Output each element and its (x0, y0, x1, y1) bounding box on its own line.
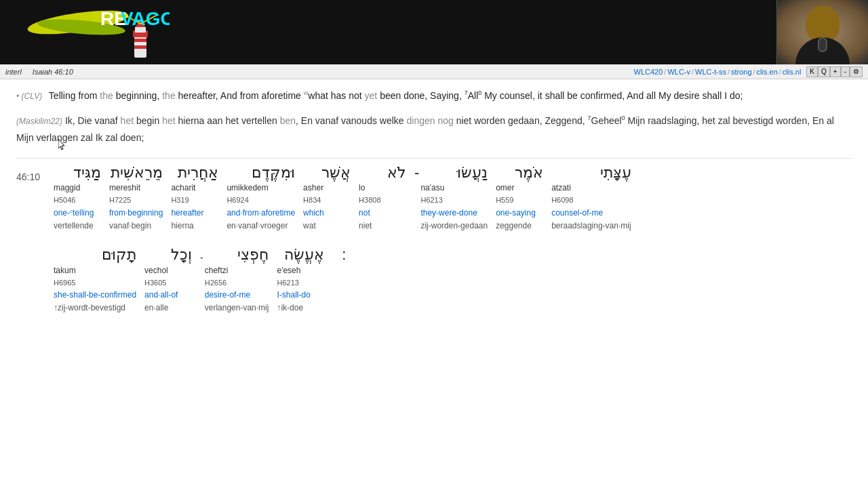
maskilim-text5: niet worden gedaan, Zeggend, (454, 115, 588, 126)
word-hebrew-colon: : (332, 246, 346, 264)
maskilim-text1: Ik, Die vanaf (65, 115, 121, 126)
maskilim-het2: het (162, 115, 175, 126)
word-strongs-vechol: H3605 (144, 277, 192, 289)
word-strongs-asher: H834 (303, 195, 351, 207)
word-translit-cheftzi: cheftzi (205, 264, 269, 277)
maskilim-geheel: Geheel (591, 115, 622, 126)
word-hebrew-naasu: נַעֲשׂוּ (420, 164, 488, 182)
word-hebrew-eeseh: אֶעֱשֶׂה (277, 246, 324, 264)
clv-text-what: what has not (308, 90, 364, 101)
word-naasu: נַעֲשׂוּ na'asu H6213 they-were-done zij… (420, 164, 488, 233)
word-strongs-naasu: H6213 (420, 195, 488, 207)
word-translit-maggid: maggid (54, 182, 101, 195)
word-strongs-colon (332, 277, 346, 289)
word-strongs-cheftzi: H2656 (205, 277, 269, 289)
word-gloss-umikkedem: and·from·aforetime (226, 207, 295, 220)
maskilim-text2: begin (134, 115, 162, 126)
toolbar-wlctss[interactable]: WLC-t-ss (695, 68, 726, 76)
svg-text:VAGO: VAGO (121, 8, 170, 29)
toolbar-plus-btn[interactable]: + (830, 66, 841, 77)
word-dutch-mereshit: vanaf·begin (109, 220, 163, 232)
header: RE VAGO (0, 0, 868, 64)
word-colon: : (332, 246, 346, 315)
word-eeseh: אֶעֱשֶׂה e'eseh H6213 I-shall-do ↑ik-doe (277, 246, 324, 315)
toolbar-clisnl[interactable]: clis.nl (783, 68, 802, 76)
clv-the1: the (100, 90, 113, 101)
word-strongs-mereshit: H7225 (109, 195, 163, 207)
word-dutch-maggid: vertellende (54, 220, 101, 232)
word-translit-asher: asher (303, 182, 351, 195)
word-gloss-colon (332, 289, 346, 302)
maskilim-label: (Maskilim22) (16, 117, 62, 126)
word-hebrew-takum: תָקוּם (54, 246, 136, 264)
word-mereshit: מֵרֵאשִׁית mereshit H7225 from·beginning… (109, 164, 163, 233)
word-translit-takum: takum (54, 264, 136, 277)
sep5: / (779, 68, 781, 76)
word-omer: אֹמֶר omer H559 one-saying zeggende (496, 164, 543, 233)
toolbar-strong[interactable]: strong (731, 68, 752, 76)
word-gloss-omer: one-saying (496, 207, 543, 220)
webcam-feed (777, 0, 868, 64)
word-gloss-maggid: one-ᶜtelling (54, 207, 101, 220)
toolbar-wlc420[interactable]: WLC420 (634, 68, 663, 76)
word-translit-eeseh: e'eseh (277, 264, 324, 277)
word-translit-mereshit: mereshit (109, 182, 163, 195)
svg-rect-9 (134, 45, 146, 49)
word-dutch-colon (332, 302, 346, 314)
clv-text-beginning: beginning, (113, 90, 162, 101)
word-cheftzi: חֶפְצִי cheftzi H2656 desire-of-me verla… (205, 246, 269, 315)
svg-rect-8 (134, 39, 146, 42)
word-dutch-omer: zeggende (496, 220, 543, 232)
word-hebrew-atzati: עֶצָּתִי (551, 164, 631, 182)
maskilim-ben: ben (280, 115, 296, 126)
word-translit-atzati: atzati (551, 182, 631, 195)
word-dutch-naasu: zij-worden-gedaan (420, 220, 488, 232)
word-gloss-acharit: hereafter (171, 207, 218, 220)
word-gloss-eeseh: I-shall-do (277, 289, 324, 302)
word-translit-omer: omer (496, 182, 543, 195)
webcam-body (795, 37, 850, 64)
word-hebrew-omer: אֹמֶר (496, 164, 543, 182)
word-dutch-lo: niet (359, 220, 406, 232)
clv-text-counsel: My counsel, it shall be confirmed, And a… (481, 90, 743, 101)
interlinear-row-1: 46:10 מַגִּיד maggid H5046 one-ᶜtelling … (16, 164, 852, 233)
word-gloss-lo: not (359, 207, 406, 220)
maskilim-het1: het (121, 115, 134, 126)
word-hebrew-umikkedem: וּמִקֶּדֶם (226, 164, 295, 182)
interlinear-row-2: תָקוּם takum H6965 she-shall-be-confirme… (16, 246, 852, 315)
toolbar-minus-btn[interactable]: - (841, 66, 850, 77)
toolbar-clisen[interactable]: clis.en (757, 68, 778, 76)
word-gloss-atzati: counsel-of-me (551, 207, 631, 220)
word-translit-naasu: na'asu (420, 182, 488, 195)
word-lo: לֹא lo H3808 not niet (359, 164, 406, 233)
sep2: / (692, 68, 694, 76)
word-umikkedem: וּמִקֶּדֶם umikkedem H6924 and·from·afor… (226, 164, 295, 233)
toolbar-q-btn[interactable]: Q (818, 66, 830, 77)
word-dutch-acharit: hierna (171, 220, 218, 232)
word-dutch-vechol: en·alle (144, 302, 192, 314)
sep1: / (664, 68, 666, 76)
verse-ref: 46:10 (16, 164, 54, 184)
webcam (776, 0, 868, 64)
dash-naasu: - (414, 164, 419, 182)
word-gloss-mereshit: from·beginning (109, 207, 163, 220)
word-acharit: אַחֲרִית acharit H319 hereafter hierna (171, 164, 218, 233)
word-strongs-takum: H6965 (54, 277, 136, 289)
sep3: / (728, 68, 730, 76)
sep4: / (753, 68, 755, 76)
toolbar-k-btn[interactable]: K (806, 66, 818, 77)
word-takum: תָקוּם takum H6965 she-shall-be-confirme… (54, 246, 136, 315)
word-strongs-umikkedem: H6924 (226, 195, 295, 207)
toolbar-wlcv[interactable]: WLC-v (667, 68, 690, 76)
clv-the2: the (162, 90, 175, 101)
word-translit-acharit: acharit (171, 182, 218, 195)
toolbar-mode: interl (5, 68, 22, 76)
word-vechol: וְכָל vechol H3605 and·all-of en·alle (144, 246, 192, 315)
clv-all: All (468, 90, 479, 101)
word-strongs-lo: H3808 (359, 195, 406, 207)
logo-svg: RE VAGO (20, 3, 170, 61)
toolbar: interl Isaiah 46:10 WLC420 / WLC-v / WLC… (0, 64, 868, 79)
word-hebrew-mereshit: מֵרֵאשִׁית (109, 164, 163, 182)
toolbar-settings-btn[interactable]: ⚙ (850, 66, 863, 77)
logo-area: RE VAGO (0, 3, 170, 61)
